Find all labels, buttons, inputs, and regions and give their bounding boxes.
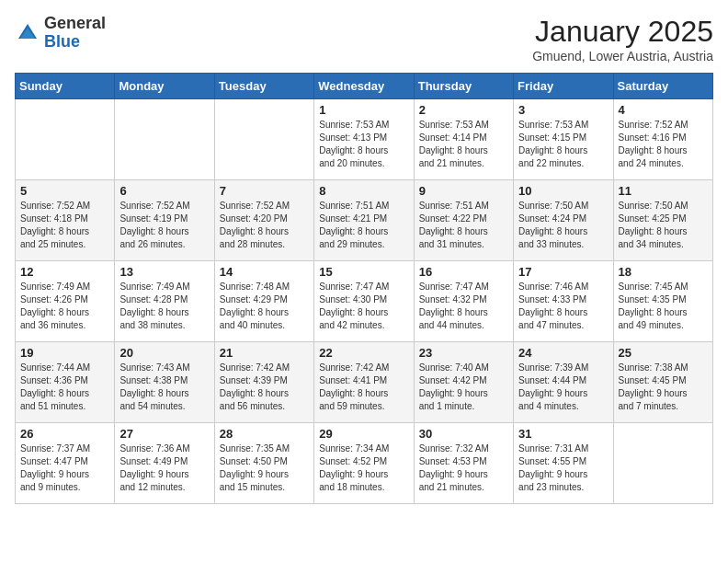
day-number: 17 bbox=[518, 265, 608, 279]
calendar-cell: 17Sunrise: 7:46 AM Sunset: 4:33 PM Dayli… bbox=[514, 261, 613, 342]
day-number: 18 bbox=[619, 265, 708, 279]
calendar-cell: 1Sunrise: 7:53 AM Sunset: 4:13 PM Daylig… bbox=[314, 99, 414, 180]
day-number: 3 bbox=[518, 103, 608, 117]
month-title: January 2025 bbox=[532, 15, 713, 49]
day-info: Sunrise: 7:32 AM Sunset: 4:53 PM Dayligh… bbox=[419, 442, 508, 494]
column-header-thursday: Thursday bbox=[414, 74, 513, 99]
day-info: Sunrise: 7:35 AM Sunset: 4:50 PM Dayligh… bbox=[220, 442, 309, 494]
day-number: 9 bbox=[419, 184, 508, 198]
day-info: Sunrise: 7:52 AM Sunset: 4:18 PM Dayligh… bbox=[20, 200, 109, 251]
calendar-cell bbox=[214, 99, 313, 180]
day-number: 13 bbox=[119, 265, 209, 279]
logo-icon bbox=[15, 20, 40, 46]
day-info: Sunrise: 7:48 AM Sunset: 4:29 PM Dayligh… bbox=[220, 281, 309, 332]
day-info: Sunrise: 7:47 AM Sunset: 4:30 PM Dayligh… bbox=[319, 281, 408, 332]
calendar-week-3: 12Sunrise: 7:49 AM Sunset: 4:26 PM Dayli… bbox=[16, 261, 713, 342]
day-number: 31 bbox=[518, 427, 608, 441]
calendar-cell: 27Sunrise: 7:36 AM Sunset: 4:49 PM Dayli… bbox=[115, 423, 214, 504]
day-number: 11 bbox=[619, 184, 708, 198]
calendar-cell: 10Sunrise: 7:50 AM Sunset: 4:24 PM Dayli… bbox=[514, 180, 613, 261]
day-info: Sunrise: 7:43 AM Sunset: 4:38 PM Dayligh… bbox=[119, 362, 209, 413]
calendar-week-5: 26Sunrise: 7:37 AM Sunset: 4:47 PM Dayli… bbox=[16, 423, 713, 504]
day-info: Sunrise: 7:39 AM Sunset: 4:44 PM Dayligh… bbox=[518, 362, 608, 413]
calendar-cell: 8Sunrise: 7:51 AM Sunset: 4:21 PM Daylig… bbox=[314, 180, 414, 261]
calendar-cell: 5Sunrise: 7:52 AM Sunset: 4:18 PM Daylig… bbox=[16, 180, 115, 261]
day-info: Sunrise: 7:53 AM Sunset: 4:15 PM Dayligh… bbox=[518, 119, 608, 170]
location-subtitle: Gmuend, Lower Austria, Austria bbox=[532, 49, 713, 63]
calendar-week-2: 5Sunrise: 7:52 AM Sunset: 4:18 PM Daylig… bbox=[16, 180, 713, 261]
day-number: 24 bbox=[518, 346, 608, 360]
day-number: 23 bbox=[419, 346, 508, 360]
calendar-cell: 11Sunrise: 7:50 AM Sunset: 4:25 PM Dayli… bbox=[613, 180, 712, 261]
day-number: 20 bbox=[119, 346, 209, 360]
day-info: Sunrise: 7:37 AM Sunset: 4:47 PM Dayligh… bbox=[20, 442, 109, 494]
logo: General Blue bbox=[15, 15, 106, 52]
calendar-cell: 9Sunrise: 7:51 AM Sunset: 4:22 PM Daylig… bbox=[414, 180, 513, 261]
calendar-cell: 24Sunrise: 7:39 AM Sunset: 4:44 PM Dayli… bbox=[514, 342, 613, 423]
day-number: 30 bbox=[419, 427, 508, 441]
calendar-cell: 21Sunrise: 7:42 AM Sunset: 4:39 PM Dayli… bbox=[214, 342, 313, 423]
calendar-cell: 28Sunrise: 7:35 AM Sunset: 4:50 PM Dayli… bbox=[214, 423, 313, 504]
calendar-cell: 23Sunrise: 7:40 AM Sunset: 4:42 PM Dayli… bbox=[414, 342, 513, 423]
day-info: Sunrise: 7:50 AM Sunset: 4:25 PM Dayligh… bbox=[619, 200, 708, 251]
day-number: 6 bbox=[119, 184, 209, 198]
day-info: Sunrise: 7:38 AM Sunset: 4:45 PM Dayligh… bbox=[619, 362, 708, 413]
day-number: 21 bbox=[220, 346, 309, 360]
day-info: Sunrise: 7:46 AM Sunset: 4:33 PM Dayligh… bbox=[518, 281, 608, 332]
column-header-wednesday: Wednesday bbox=[314, 74, 414, 99]
logo-general-text: General bbox=[44, 14, 106, 32]
day-info: Sunrise: 7:51 AM Sunset: 4:22 PM Dayligh… bbox=[419, 200, 508, 251]
day-number: 16 bbox=[419, 265, 508, 279]
calendar-cell: 2Sunrise: 7:53 AM Sunset: 4:14 PM Daylig… bbox=[414, 99, 513, 180]
calendar-cell: 3Sunrise: 7:53 AM Sunset: 4:15 PM Daylig… bbox=[514, 99, 613, 180]
calendar-cell: 7Sunrise: 7:52 AM Sunset: 4:20 PM Daylig… bbox=[214, 180, 313, 261]
calendar-cell: 18Sunrise: 7:45 AM Sunset: 4:35 PM Dayli… bbox=[613, 261, 712, 342]
calendar-cell bbox=[613, 423, 712, 504]
day-info: Sunrise: 7:52 AM Sunset: 4:20 PM Dayligh… bbox=[220, 200, 309, 251]
day-number: 15 bbox=[319, 265, 408, 279]
calendar-cell: 13Sunrise: 7:49 AM Sunset: 4:28 PM Dayli… bbox=[115, 261, 214, 342]
day-info: Sunrise: 7:47 AM Sunset: 4:32 PM Dayligh… bbox=[419, 281, 508, 332]
calendar-cell: 20Sunrise: 7:43 AM Sunset: 4:38 PM Dayli… bbox=[115, 342, 214, 423]
day-number: 28 bbox=[220, 427, 309, 441]
column-header-saturday: Saturday bbox=[613, 74, 712, 99]
calendar-cell: 6Sunrise: 7:52 AM Sunset: 4:19 PM Daylig… bbox=[115, 180, 214, 261]
calendar-cell: 25Sunrise: 7:38 AM Sunset: 4:45 PM Dayli… bbox=[613, 342, 712, 423]
logo-blue-text: Blue bbox=[44, 32, 80, 51]
calendar-cell: 31Sunrise: 7:31 AM Sunset: 4:55 PM Dayli… bbox=[514, 423, 613, 504]
day-info: Sunrise: 7:50 AM Sunset: 4:24 PM Dayligh… bbox=[518, 200, 608, 251]
day-number: 22 bbox=[319, 346, 408, 360]
day-info: Sunrise: 7:53 AM Sunset: 4:14 PM Dayligh… bbox=[419, 119, 508, 170]
day-number: 1 bbox=[319, 103, 408, 117]
day-number: 25 bbox=[619, 346, 708, 360]
day-info: Sunrise: 7:42 AM Sunset: 4:39 PM Dayligh… bbox=[220, 362, 309, 413]
day-info: Sunrise: 7:52 AM Sunset: 4:19 PM Dayligh… bbox=[119, 200, 209, 251]
day-info: Sunrise: 7:42 AM Sunset: 4:41 PM Dayligh… bbox=[319, 362, 408, 413]
column-header-monday: Monday bbox=[115, 74, 214, 99]
day-number: 29 bbox=[319, 427, 408, 441]
calendar-table: SundayMondayTuesdayWednesdayThursdayFrid… bbox=[15, 73, 713, 504]
calendar-cell bbox=[115, 99, 214, 180]
day-number: 2 bbox=[419, 103, 508, 117]
day-info: Sunrise: 7:44 AM Sunset: 4:36 PM Dayligh… bbox=[20, 362, 109, 413]
day-number: 26 bbox=[20, 427, 109, 441]
calendar-cell: 29Sunrise: 7:34 AM Sunset: 4:52 PM Dayli… bbox=[314, 423, 414, 504]
calendar-week-4: 19Sunrise: 7:44 AM Sunset: 4:36 PM Dayli… bbox=[16, 342, 713, 423]
title-block: January 2025 Gmuend, Lower Austria, Aust… bbox=[532, 15, 713, 63]
page-header: General Blue January 2025 Gmuend, Lower … bbox=[15, 15, 713, 63]
day-info: Sunrise: 7:49 AM Sunset: 4:28 PM Dayligh… bbox=[119, 281, 209, 332]
day-info: Sunrise: 7:36 AM Sunset: 4:49 PM Dayligh… bbox=[119, 442, 209, 494]
calendar-cell: 30Sunrise: 7:32 AM Sunset: 4:53 PM Dayli… bbox=[414, 423, 513, 504]
day-info: Sunrise: 7:45 AM Sunset: 4:35 PM Dayligh… bbox=[619, 281, 708, 332]
calendar-cell: 19Sunrise: 7:44 AM Sunset: 4:36 PM Dayli… bbox=[16, 342, 115, 423]
day-info: Sunrise: 7:40 AM Sunset: 4:42 PM Dayligh… bbox=[419, 362, 508, 413]
day-number: 4 bbox=[619, 103, 708, 117]
calendar-cell: 4Sunrise: 7:52 AM Sunset: 4:16 PM Daylig… bbox=[613, 99, 712, 180]
day-number: 8 bbox=[319, 184, 408, 198]
calendar-cell bbox=[16, 99, 115, 180]
column-header-sunday: Sunday bbox=[16, 74, 115, 99]
day-info: Sunrise: 7:34 AM Sunset: 4:52 PM Dayligh… bbox=[319, 442, 408, 494]
column-header-friday: Friday bbox=[514, 74, 613, 99]
day-number: 12 bbox=[20, 265, 109, 279]
calendar-cell: 12Sunrise: 7:49 AM Sunset: 4:26 PM Dayli… bbox=[16, 261, 115, 342]
